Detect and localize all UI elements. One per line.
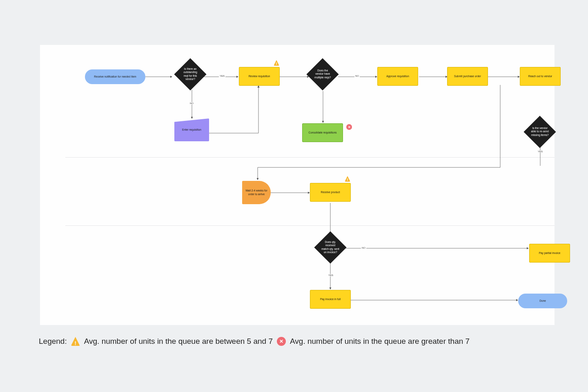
- diagram-canvas[interactable]: Receive notification for needed item Is …: [40, 45, 555, 325]
- node-receive-product[interactable]: Receive product: [310, 183, 351, 202]
- node-approve-requisition[interactable]: Approve requisition: [377, 67, 418, 86]
- node-consolidate[interactable]: Consolidate requisitions: [302, 123, 343, 142]
- edge-label: NO: [189, 102, 194, 105]
- connectors: [40, 45, 555, 325]
- node-done[interactable]: Done: [518, 294, 567, 308]
- node-start[interactable]: Receive notification for needed item: [85, 69, 145, 84]
- edge-label: NO: [354, 75, 360, 77]
- edge-label: NO: [361, 247, 366, 249]
- page: Buyer Warehouse associate Finance specia…: [0, 0, 588, 392]
- node-pay-full[interactable]: Pay invoice in full: [310, 290, 351, 309]
- legend-warn-text: Avg. number of units in the queue are be…: [84, 337, 273, 346]
- legend-title: Legend:: [39, 337, 67, 346]
- node-reach-out[interactable]: Reach out to vendor: [520, 67, 561, 86]
- node-pay-partial[interactable]: Pay partial invoice: [529, 244, 570, 263]
- error-icon: [346, 124, 352, 130]
- edge-label: YES: [327, 274, 334, 276]
- node-review-requisition[interactable]: Review requisition: [239, 67, 280, 86]
- legend: Legend: Avg. number of units in the queu…: [39, 333, 549, 350]
- legend-err-text: Avg. number of units in the queue are gr…: [290, 337, 470, 346]
- node-wait[interactable]: Wait 2-4 weeks for order to arrive: [242, 181, 271, 204]
- error-icon: [277, 337, 286, 346]
- node-submit-po[interactable]: Submit purchase order: [447, 67, 488, 86]
- edge-label: YES: [219, 75, 225, 77]
- warning-icon: [71, 337, 80, 346]
- edge-label: YES: [537, 150, 543, 153]
- node-enter-requisition[interactable]: Enter requisition: [174, 118, 209, 141]
